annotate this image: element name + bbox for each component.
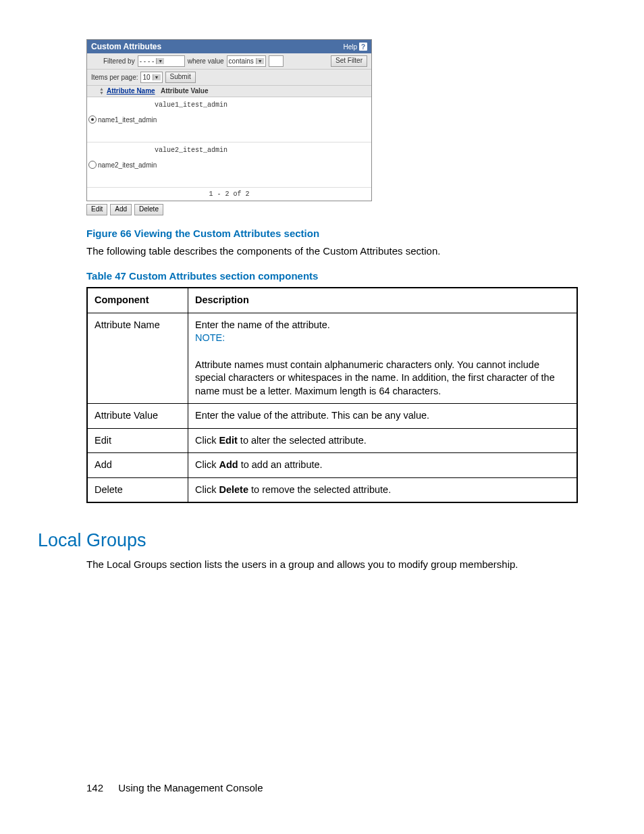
paging-text: 1 - 2 of 2	[87, 188, 371, 201]
sort-arrows-icon[interactable]: ▲▼	[99, 87, 105, 95]
edit-button[interactable]: Edit	[86, 204, 107, 215]
where-value-label: where value	[188, 57, 224, 65]
table-row: Edit Click Edit to alter the selected at…	[87, 428, 577, 453]
figure-caption: Figure 66 Viewing the Custom Attributes …	[86, 228, 578, 239]
action-button-row: Edit Add Delete	[86, 204, 578, 215]
cell-description: Click Add to add an attribute.	[188, 453, 578, 478]
th-component: Component	[87, 288, 188, 313]
table-row[interactable]: name2_itest_admin value2_itest_admin	[87, 142, 371, 188]
table-row[interactable]: name1_itest_admin value1_itest_admin	[87, 97, 371, 142]
th-description: Description	[188, 288, 578, 313]
help-link[interactable]: Help ?	[343, 43, 367, 51]
intro-text: The following table describes the compon…	[86, 244, 578, 258]
column-header-row: ▲▼ Attribute Name Attribute Value	[87, 86, 371, 97]
filter-value-input[interactable]	[269, 55, 284, 67]
table-row: Delete Click Delete to remove the select…	[87, 477, 577, 502]
set-filter-button[interactable]: Set Filter	[331, 55, 367, 67]
cell-component: Attribute Value	[87, 404, 188, 429]
cell-attribute-value: value1_itest_admin	[152, 97, 371, 142]
table-header-row: Component Description	[87, 288, 577, 313]
add-button[interactable]: Add	[110, 204, 132, 215]
cell-description: Click Edit to alter the selected attribu…	[188, 428, 578, 453]
submit-button[interactable]: Submit	[165, 72, 196, 83]
col-attribute-value: Attribute Value	[161, 87, 209, 95]
panel-title: Custom Attributes	[91, 42, 161, 51]
row-radio[interactable]	[88, 115, 97, 124]
custom-attributes-panel: Custom Attributes Help ? Filtered by - -…	[86, 39, 372, 201]
paging-bar: Items per page: 10 ▼ Submit	[87, 70, 371, 86]
components-table: Component Description Attribute Name Ent…	[86, 287, 578, 503]
items-per-page-label: Items per page:	[91, 74, 138, 81]
cell-component: Attribute Name	[87, 313, 188, 403]
filter-field-select[interactable]: - - - - ▼	[138, 55, 185, 67]
section-heading: Local Groups	[38, 530, 578, 551]
filtered-by-label: Filtered by	[103, 57, 135, 65]
footer-title: Using the Management Console	[118, 782, 263, 793]
cell-description: Click Delete to remove the selected attr…	[188, 477, 578, 502]
table-caption: Table 47 Custom Attributes section compo…	[86, 270, 578, 282]
note-label: NOTE:	[195, 332, 225, 343]
row-radio[interactable]	[88, 161, 97, 169]
col-attribute-name[interactable]: Attribute Name	[107, 87, 159, 95]
cell-description: Enter the name of the attribute. NOTE: A…	[188, 313, 578, 403]
items-per-page-select[interactable]: 10 ▼	[140, 72, 162, 83]
chevron-down-icon: ▼	[153, 74, 161, 80]
help-icon: ?	[359, 43, 367, 51]
table-row: Attribute Value Enter the value of the a…	[87, 404, 577, 429]
chevron-down-icon: ▼	[156, 58, 164, 64]
cell-attribute-name: name2_itest_admin	[98, 142, 152, 187]
cell-component: Edit	[87, 428, 188, 453]
table-row: Add Click Add to add an attribute.	[87, 453, 577, 478]
table-row: Attribute Name Enter the name of the att…	[87, 313, 577, 403]
cell-component: Delete	[87, 477, 188, 502]
cell-component: Add	[87, 453, 188, 478]
cell-attribute-value: value2_itest_admin	[152, 142, 371, 187]
filter-bar: Filtered by - - - - ▼ where value contai…	[87, 53, 371, 70]
panel-titlebar: Custom Attributes Help ?	[87, 40, 371, 53]
section-text: The Local Groups section lists the users…	[86, 558, 578, 571]
cell-attribute-name: name1_itest_admin	[98, 97, 152, 142]
page-footer: 142 Using the Management Console	[86, 782, 263, 793]
filter-op-select[interactable]: contains ▼	[227, 55, 266, 67]
cell-description: Enter the value of the attribute. This c…	[188, 404, 578, 429]
delete-button[interactable]: Delete	[134, 204, 163, 215]
chevron-down-icon: ▼	[256, 58, 264, 64]
page-number: 142	[86, 782, 103, 793]
